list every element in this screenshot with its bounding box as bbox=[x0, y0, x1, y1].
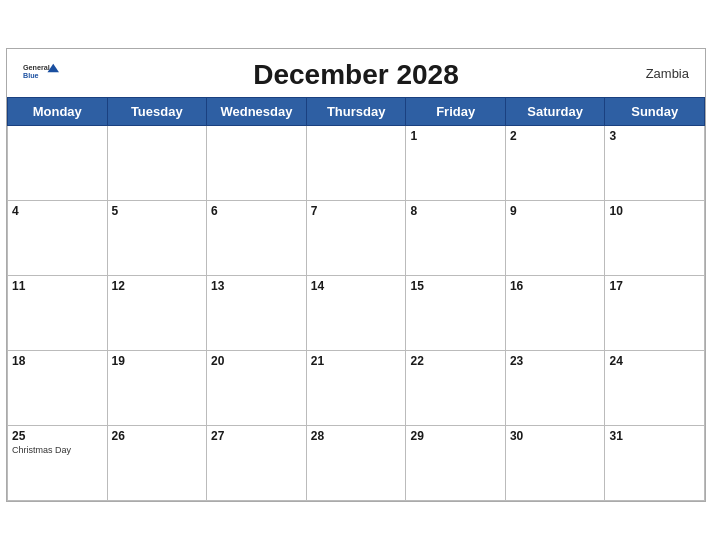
day-number: 17 bbox=[609, 279, 700, 293]
calendar-cell: 26 bbox=[107, 426, 207, 501]
calendar-cell: 16 bbox=[505, 276, 605, 351]
day-number: 30 bbox=[510, 429, 601, 443]
calendar-cell: 20 bbox=[207, 351, 307, 426]
day-number: 3 bbox=[609, 129, 700, 143]
weekday-header-row: Monday Tuesday Wednesday Thursday Friday… bbox=[8, 98, 705, 126]
calendar-cell bbox=[306, 126, 406, 201]
day-number: 15 bbox=[410, 279, 500, 293]
calendar-cell: 25Christmas Day bbox=[8, 426, 108, 501]
day-number: 6 bbox=[211, 204, 302, 218]
weekday-saturday: Saturday bbox=[505, 98, 605, 126]
day-number: 12 bbox=[112, 279, 203, 293]
calendar-cell: 24 bbox=[605, 351, 705, 426]
day-number: 2 bbox=[510, 129, 601, 143]
generalblue-logo-icon: General Blue bbox=[23, 62, 59, 84]
calendar-cell: 12 bbox=[107, 276, 207, 351]
calendar-cell: 27 bbox=[207, 426, 307, 501]
calendar-cell: 3 bbox=[605, 126, 705, 201]
day-number: 28 bbox=[311, 429, 402, 443]
day-number: 23 bbox=[510, 354, 601, 368]
calendar-cell: 15 bbox=[406, 276, 505, 351]
day-number: 10 bbox=[609, 204, 700, 218]
calendar-cell: 5 bbox=[107, 201, 207, 276]
calendar-cell: 19 bbox=[107, 351, 207, 426]
day-number: 21 bbox=[311, 354, 402, 368]
calendar-cell: 8 bbox=[406, 201, 505, 276]
calendar-cell: 18 bbox=[8, 351, 108, 426]
weekday-sunday: Sunday bbox=[605, 98, 705, 126]
calendar-cell bbox=[8, 126, 108, 201]
day-number: 8 bbox=[410, 204, 500, 218]
day-number: 14 bbox=[311, 279, 402, 293]
calendar-cell: 17 bbox=[605, 276, 705, 351]
day-number: 16 bbox=[510, 279, 601, 293]
calendar-cell bbox=[207, 126, 307, 201]
calendar-cell: 13 bbox=[207, 276, 307, 351]
day-number: 19 bbox=[112, 354, 203, 368]
calendar-cell: 31 bbox=[605, 426, 705, 501]
weekday-monday: Monday bbox=[8, 98, 108, 126]
calendar-cell: 10 bbox=[605, 201, 705, 276]
calendar-cell: 30 bbox=[505, 426, 605, 501]
calendar-cell: 2 bbox=[505, 126, 605, 201]
calendar-cell: 1 bbox=[406, 126, 505, 201]
calendar-week-row: 18192021222324 bbox=[8, 351, 705, 426]
country-label: Zambia bbox=[646, 66, 689, 81]
day-number: 1 bbox=[410, 129, 500, 143]
calendar-cell bbox=[107, 126, 207, 201]
day-number: 25 bbox=[12, 429, 103, 443]
calendar-week-row: 25Christmas Day262728293031 bbox=[8, 426, 705, 501]
svg-text:Blue: Blue bbox=[23, 71, 39, 80]
calendar-cell: 4 bbox=[8, 201, 108, 276]
day-number: 29 bbox=[410, 429, 500, 443]
day-number: 18 bbox=[12, 354, 103, 368]
day-number: 27 bbox=[211, 429, 302, 443]
day-number: 5 bbox=[112, 204, 203, 218]
calendar-week-row: 123 bbox=[8, 126, 705, 201]
calendar-cell: 14 bbox=[306, 276, 406, 351]
calendar-cell: 22 bbox=[406, 351, 505, 426]
weekday-friday: Friday bbox=[406, 98, 505, 126]
calendar-header: General Blue December 2028 Zambia bbox=[7, 49, 705, 97]
day-number: 9 bbox=[510, 204, 601, 218]
calendar-cell: 7 bbox=[306, 201, 406, 276]
day-number: 4 bbox=[12, 204, 103, 218]
calendar-week-row: 45678910 bbox=[8, 201, 705, 276]
day-number: 11 bbox=[12, 279, 103, 293]
calendar-title: December 2028 bbox=[253, 59, 458, 91]
calendar-cell: 9 bbox=[505, 201, 605, 276]
day-number: 24 bbox=[609, 354, 700, 368]
weekday-thursday: Thursday bbox=[306, 98, 406, 126]
calendar-cell: 6 bbox=[207, 201, 307, 276]
day-number: 20 bbox=[211, 354, 302, 368]
day-number: 31 bbox=[609, 429, 700, 443]
day-number: 22 bbox=[410, 354, 500, 368]
logo-area: General Blue bbox=[23, 62, 59, 84]
calendar-cell: 21 bbox=[306, 351, 406, 426]
calendar-grid: Monday Tuesday Wednesday Thursday Friday… bbox=[7, 97, 705, 501]
calendar-cell: 29 bbox=[406, 426, 505, 501]
calendar-cell: 23 bbox=[505, 351, 605, 426]
day-number: 26 bbox=[112, 429, 203, 443]
calendar-container: General Blue December 2028 Zambia Monday… bbox=[6, 48, 706, 502]
weekday-wednesday: Wednesday bbox=[207, 98, 307, 126]
day-number: 7 bbox=[311, 204, 402, 218]
calendar-cell: 28 bbox=[306, 426, 406, 501]
day-number: 13 bbox=[211, 279, 302, 293]
day-event: Christmas Day bbox=[12, 445, 103, 455]
calendar-week-row: 11121314151617 bbox=[8, 276, 705, 351]
calendar-cell: 11 bbox=[8, 276, 108, 351]
weekday-tuesday: Tuesday bbox=[107, 98, 207, 126]
